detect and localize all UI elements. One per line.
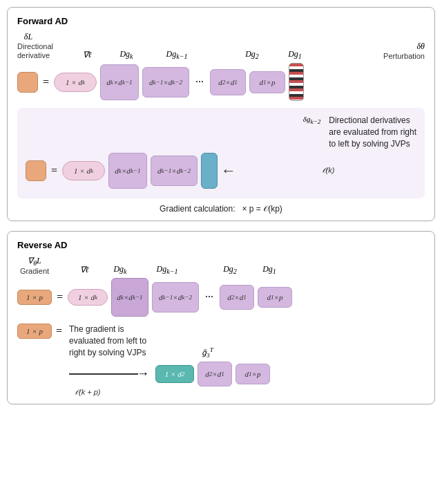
orange-block-2 (26, 160, 46, 181)
dgk1-label: Dgk−1 (153, 49, 201, 60)
block-d1-p-rev: d1×p (258, 287, 292, 308)
equals-rev-2: = (56, 325, 62, 337)
block-d2-d1-rev: d2×d1 (220, 285, 254, 310)
gradient-calc-label: Gradient calculation: × p = 𝒪(kp) (17, 204, 425, 214)
g3t-label: g̃3T (202, 346, 213, 359)
forward-ad-section: Forward AD δL Directionalderivative ∇ℓ D… (7, 7, 435, 221)
perturbation-block (289, 63, 304, 101)
arrow-line (69, 373, 138, 375)
block-dk1-dk2-2: dk−1×dk−2 (151, 156, 198, 186)
nabla-theta-label: ∇θL (17, 256, 52, 267)
equals-1: = (43, 76, 49, 88)
perturbation-label: Perturbation (383, 52, 425, 60)
forward-ad-label: Forward AD (17, 16, 425, 26)
dg1-rev-label: Dg1 (251, 264, 287, 275)
forward-sub-section: δgk−2 Directional derivativesare evaluat… (17, 108, 425, 198)
ocal-kp-label: 𝒪(k + p) (75, 388, 100, 397)
blue-block (201, 153, 218, 189)
nabla-l-label: ∇ℓ (74, 50, 100, 60)
block-1xp-rev: 1 × p (17, 290, 52, 305)
dg1-label: Dg1 (277, 49, 313, 60)
block-dk1-dk2-1: dk−1×dk−2 (142, 67, 189, 97)
dg2-label: Dg2 (234, 49, 270, 60)
ocal-k-label: 𝒪(k) (322, 166, 335, 175)
block-dk1-dk2-rev: dk−1×dk−2 (152, 282, 199, 312)
dots-rev: ··· (205, 291, 213, 304)
dg2-rev-label: Dg2 (212, 264, 248, 275)
dots-1: ··· (195, 76, 204, 88)
block-1xdk-rev: 1 × dk (68, 289, 108, 306)
nabla-l-rev-label: ∇ℓ (71, 265, 97, 275)
block-1xd2: 1 × d2 (155, 365, 194, 383)
arrow-right: → (137, 366, 149, 381)
block-d1-p-1: d1×p (249, 71, 285, 93)
equals-2: = (51, 165, 57, 177)
delta-l-label: δL (17, 32, 39, 42)
gradient-label: Gradient (17, 267, 52, 275)
reverse-ad-section: Reverse AD ∇θL Gradient ∇ℓ Dgk Dgk−1 Dg2… (7, 231, 435, 404)
block-d1-p-rev2: d1×p (236, 364, 270, 384)
equals-rev-1: = (57, 291, 63, 304)
vjp-desc: The gradient isevaluated from left torig… (69, 324, 146, 358)
block-dk-dk1-rev: dk×dk−1 (111, 278, 148, 317)
delta-theta-label: δθ (417, 41, 425, 52)
block-1xdk-2: 1 × dk (62, 161, 105, 180)
block-dk-dk1-1: dk×dk−1 (100, 64, 139, 100)
block-dk-dk1-2: dk×dk−1 (108, 153, 147, 189)
dgk-label: Dgk (107, 49, 146, 60)
orange-block-1 (17, 72, 38, 93)
delta-gk2-label: δgk−2 (303, 115, 320, 125)
jvp-desc: Directional derivativesare evaluated fro… (329, 115, 416, 149)
dgk1-rev-label: Dgk−1 (143, 264, 191, 275)
block-d2-d1-1: d2×d1 (210, 69, 246, 95)
reverse-ad-label: Reverse AD (17, 240, 425, 250)
directional-deriv-label: Directionalderivative (17, 42, 39, 60)
block-1xdk-1: 1 × dk (54, 73, 97, 92)
arrow-left: ← (221, 162, 236, 180)
block-d2-d1-rev2: d2×d1 (198, 362, 232, 386)
dgk-rev-label: Dgk (101, 264, 140, 275)
block-1xp-rev2: 1 × p (17, 324, 52, 339)
